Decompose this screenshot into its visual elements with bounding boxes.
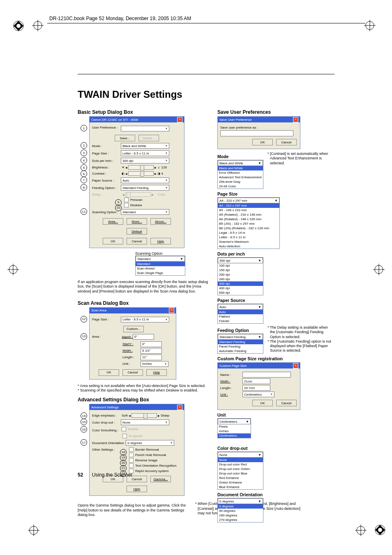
dropout-dd[interactable]: None▼	[121, 419, 169, 425]
text-orient-checkbox[interactable]: Text Orientation Recognition	[129, 463, 177, 468]
cp-length-input[interactable]: 29.7cm	[242, 385, 270, 391]
scanarea-dialog: Scan Area× 12Page Size :Letter - 8.5 x 1…	[89, 307, 176, 380]
page-number: 52	[78, 472, 83, 478]
sa-ok-button[interactable]: OK	[99, 369, 119, 376]
basic-title: Canon DR-1210C on STI - 0000	[91, 118, 138, 122]
punch-hole-checkbox[interactable]: Punch Hole Removal	[129, 453, 166, 457]
rapid-recovery-checkbox[interactable]: Rapid recovery system	[129, 469, 168, 473]
callout-4: 4	[81, 157, 87, 164]
cp-cancel[interactable]: Cancel	[276, 400, 297, 406]
adv-gamma-button[interactable]: Gamma...	[150, 476, 171, 482]
sa-width-field[interactable]: 8 1/2"	[141, 348, 162, 354]
save-button[interactable]: Save...	[115, 135, 135, 141]
edge-label: Edge emphasis :	[92, 414, 121, 417]
callout-5: 5	[81, 164, 87, 171]
crosshair-tr	[364, 20, 376, 31]
paper-source-dd[interactable]: Auto▼	[121, 177, 169, 183]
sa-help-button[interactable]: Help	[146, 369, 167, 376]
dropout-label: Color drop-out :	[92, 421, 121, 424]
delay-slider: ◀▶	[122, 192, 154, 197]
smooth-hispeed-checkbox: Hi-Speed	[122, 434, 142, 438]
dpi-label: Dots per inch :	[92, 159, 121, 163]
savepref-input[interactable]	[220, 130, 293, 136]
sa-page-size-label: Page Size :	[92, 318, 121, 321]
scan-option-list: Standard▼ Standard Scan Ahead Scan Singl…	[135, 256, 185, 276]
header-rule	[47, 23, 365, 23]
svg-point-1	[16, 24, 21, 28]
page-size-dd[interactable]: Letter - 8.5 x 11 in▼	[121, 150, 169, 156]
dpi-dd[interactable]: 300 dpi▼	[121, 158, 169, 164]
close-icon[interactable]: ×	[169, 308, 174, 313]
scan-opt-callout-heading: Scanning Option	[135, 251, 212, 256]
ok-button[interactable]: OK	[103, 238, 123, 244]
savepref-ok[interactable]: OK	[252, 139, 273, 145]
sa-page-size-dd[interactable]: Letter - 8.5 x 11 in▼	[121, 317, 169, 322]
papersource-list[interactable]: Auto▼ Auto Flatbed Feeder	[217, 304, 263, 324]
area-button[interactable]: Area...	[103, 218, 123, 225]
svg-point-15	[378, 528, 382, 532]
feeding-heading: Feeding Option	[217, 328, 263, 333]
scanarea-note-2: * Scanning of the specified area may be …	[75, 388, 212, 393]
feeding-dd[interactable]: Standard Feeding▼	[121, 185, 169, 191]
callout-7: 7	[81, 177, 87, 183]
feeding-label: Feeding Option :	[92, 186, 121, 190]
cp-ok[interactable]: OK	[252, 400, 273, 406]
deskew-checkbox[interactable]: Deskew	[124, 203, 142, 207]
unit-list[interactable]: Centimeters▼ Pixels Inches Centimeters	[217, 418, 251, 438]
sa-length-field[interactable]: 11"	[141, 355, 162, 360]
savepref-cancel[interactable]: Cancel	[276, 139, 297, 145]
pagesize-list[interactable]: A4 - 210 x 297 mm▼ A4 - 210 x 297 mm A5 …	[217, 197, 280, 249]
about-button[interactable]: About...	[150, 218, 171, 225]
savepref-title: Save User Preference	[219, 118, 252, 122]
reverse-image-checkbox[interactable]: Reverse Image	[129, 458, 157, 463]
cancel-button[interactable]: Cancel	[127, 238, 147, 244]
cp-name-input[interactable]	[242, 372, 291, 378]
mode-dd[interactable]: Black and White▼	[121, 143, 169, 149]
starty-field[interactable]: 0"	[141, 341, 162, 347]
close-icon[interactable]: ×	[177, 405, 182, 410]
smooth-enable-checkbox: Enable	[122, 427, 138, 431]
crosshair-ml	[7, 264, 19, 275]
orient-list[interactable]: 0 degrees▼ 0 degrees 90 degrees 180 degr…	[217, 498, 263, 523]
user-pref-dd[interactable]: ▼	[121, 126, 169, 131]
body-top-rule	[78, 74, 334, 74]
edge-slider[interactable]: ◀▶	[129, 413, 160, 418]
contrast-slider[interactable]: ◐◀▶◑ 4	[122, 171, 163, 176]
more-button[interactable]: More...	[127, 218, 147, 225]
scan-option-label: Scanning Option :	[92, 210, 121, 214]
contrast-label: Contrast :	[92, 172, 121, 175]
dpi-list[interactable]: 300 dpi▼ 100 dpi 150 dpi 200 dpi 240 dpi…	[217, 257, 263, 295]
custom-button[interactable]: Custom...	[123, 326, 144, 332]
orient-heading: Document Orientation	[217, 492, 341, 497]
sa-unit-dd[interactable]: Inches▼	[141, 361, 168, 367]
mode-list[interactable]: Black and White▼ Black and White Error D…	[217, 160, 263, 189]
default-button[interactable]: Default	[127, 228, 147, 235]
reg-mark-br	[374, 524, 386, 536]
help-button[interactable]: Help	[150, 238, 171, 244]
brightness-slider[interactable]: ☀◀▶☼ 128	[122, 165, 167, 170]
border-removal-checkbox[interactable]: Border Removal	[129, 447, 159, 452]
orient-dd[interactable]: 0 degrees▼	[126, 440, 174, 446]
cp-width-input[interactable]: 21cm	[242, 378, 270, 384]
scan-option-dd[interactable]: Standard▼	[121, 209, 169, 215]
cp-unit-dd[interactable]: Centimeters▼	[242, 391, 274, 397]
feeding-list[interactable]: Standard Feeding▼ Standard Feeding Panel…	[217, 334, 263, 354]
dropout-list[interactable]: None▼ None Drop-out color Red Drop-out c…	[217, 451, 263, 490]
crosshair-bl	[28, 525, 39, 536]
startx-field[interactable]: 0"	[133, 334, 154, 340]
custompage-heading: Custom Page Size registration	[217, 356, 341, 361]
callout-1: 1	[81, 125, 87, 131]
close-icon[interactable]: ×	[293, 363, 298, 368]
user-pref-label: User Preference :	[92, 126, 121, 129]
reg-mark-tl	[12, 20, 25, 32]
close-icon[interactable]: ×	[293, 117, 298, 122]
close-icon[interactable]: ×	[177, 117, 182, 122]
gamma-note: Opens the Gamma Settings dialog box to a…	[78, 503, 188, 517]
basic-dialog: Canon DR-1210C on STI - 0000 × 1User Pre…	[89, 116, 184, 248]
prescan-checkbox[interactable]: Prescan	[124, 198, 142, 202]
sa-cancel-button[interactable]: Cancel	[122, 369, 143, 376]
pagesize-heading: Page Size	[217, 191, 341, 196]
adv-help-button[interactable]: Help	[127, 486, 147, 492]
orient-label: Document Orientation :	[92, 441, 126, 445]
feeding-note2: * The [Automatic Feeding] option is not …	[265, 339, 332, 353]
